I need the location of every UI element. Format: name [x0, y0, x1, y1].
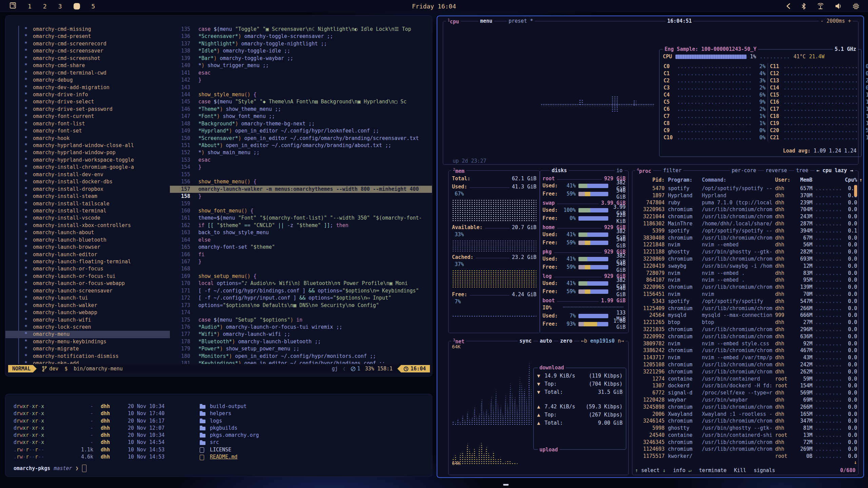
process-row[interactable]: 5998ghostty/usr/bin/ghostty --gtk-dhh81M… — [632, 425, 858, 432]
file-item[interactable]: *omarchy-launch-tui — [5, 294, 170, 302]
process-row[interactable]: 1156451nvimnvimdhh70M..........0.0 — [632, 291, 858, 298]
file-item[interactable]: *omarchy-cmd-present — [5, 33, 170, 40]
file-name[interactable]: pkgbuilds — [210, 425, 237, 432]
file-item[interactable]: *omarchy-launch-screensaver — [5, 287, 170, 294]
process-row[interactable]: 6772signal-d/proc/self/exe --type=rdhh56… — [632, 389, 858, 396]
process-row[interactable]: 1143717nvimnvim --embed /var/tmp/pdhh43M… — [632, 354, 858, 361]
file-item[interactable]: *omarchy-cmd-share — [5, 62, 170, 69]
file-name[interactable]: helpers — [210, 410, 231, 417]
process-row[interactable]: 1205108chromium/usr/lib/chromium/chromdh… — [632, 361, 858, 368]
file-item[interactable]: *omarchy-cmd-missing — [5, 26, 170, 33]
mem-box-title[interactable]: 2mem — [451, 167, 466, 174]
scroll-down-icon[interactable]: ↓ — [854, 459, 857, 465]
net-auto-toggle[interactable]: auto — [538, 338, 554, 344]
file-item[interactable]: *omarchy-launch-editor — [5, 251, 170, 258]
file-item[interactable]: *omarchy-cmd-screenrecord — [5, 40, 170, 47]
file-item[interactable]: *omarchy-hyprland-window-pop — [5, 149, 170, 156]
file-item[interactable]: *omarchy-launch-wifi — [5, 317, 170, 324]
file-item[interactable]: *omarchy-launch-webapp — [5, 309, 170, 316]
net-box-title[interactable]: 3net — [451, 338, 466, 345]
process-row[interactable]: 3246145chromium/usr/lib/chromium/chromdh… — [632, 418, 858, 425]
process-row[interactable]: 5470spotify/opt/spotify/spotify --dhh657… — [632, 185, 858, 192]
file-item[interactable]: *omarchy-font-set — [5, 127, 170, 135]
process-row[interactable]: 1897HyprlandHyprlanddhh370M..........0.0 — [632, 192, 858, 199]
process-row[interactable]: 1220419swaybg/usr/bin/swaybg -i /homdhh1… — [632, 263, 858, 270]
process-row[interactable]: 1124693chromium/usr/lib/chromium/chromdh… — [632, 446, 858, 453]
file-item[interactable]: *omarchy-drive-info — [5, 91, 170, 98]
net-sync-toggle[interactable]: sync — [518, 338, 533, 344]
proc-box-title[interactable]: 4proc — [635, 167, 653, 174]
volume-icon[interactable] — [835, 3, 842, 9]
process-row[interactable]: 3221035chromium/usr/lib/chromium/chromdh… — [632, 326, 858, 333]
process-row[interactable]: 24564mysqldmysqld --max-connection999666… — [632, 312, 858, 319]
proc-filter-button[interactable]: filter — [662, 167, 683, 174]
workspace-1[interactable]: 1 — [28, 3, 32, 10]
disks-box-title[interactable]: disks — [550, 167, 569, 174]
process-row[interactable]: 3245898chromium/usr/lib/chromium/chromdh… — [632, 404, 858, 411]
file-item[interactable]: *omarchy-drive-select — [5, 98, 170, 105]
file-item[interactable]: *omarchy-launch-floating-terminal — [5, 258, 170, 265]
preset-button[interactable]: preset * — [507, 18, 535, 24]
file-name[interactable]: LICENSE — [210, 446, 231, 453]
process-row[interactable]: 3221044chromium/usr/lib/chromium/chromdh… — [632, 213, 858, 220]
net-zero-toggle[interactable]: zero — [558, 338, 574, 344]
wifi-icon[interactable] — [817, 3, 824, 9]
file-item[interactable]: *omarchy-launch-or-focus-webapp — [5, 280, 170, 287]
process-row[interactable]: 5399spotify/opt/spotify/spotify --dhh394… — [632, 227, 858, 235]
process-row[interactable]: 1220428waybar/usr/bin/waybardhh69M......… — [632, 396, 858, 404]
file-item[interactable]: *omarchy-debug — [5, 77, 170, 84]
file-item[interactable]: *omarchy-cmd-screensaver — [5, 47, 170, 55]
process-row[interactable]: 1125409chromium/usr/lib/chromium/chromdh… — [632, 305, 858, 312]
process-row[interactable]: 747804rubypuma 7.1.0 (tcp://localdhh239M… — [632, 199, 858, 206]
workspace-4-active[interactable] — [74, 3, 80, 9]
process-row[interactable]: 1175517kworker/root0B..........0.0 — [632, 453, 858, 460]
proc-percore-toggle[interactable]: per-core — [730, 167, 758, 174]
process-row[interactable]: 3220992chromium/usr/lib/chromium/chromdh… — [632, 333, 858, 340]
process-row[interactable]: 3386242chromium/usr/lib/chromium/chromdh… — [632, 347, 858, 354]
file-item[interactable]: *omarchy-hyprland-window-close-all — [5, 142, 170, 149]
file-item[interactable]: *omarchy-migrate — [5, 345, 170, 352]
file-item[interactable]: *omarchy-launch-or-focus — [5, 265, 170, 272]
file-item[interactable]: *omarchy-install-dropbox — [5, 186, 170, 193]
file-name[interactable]: src — [210, 439, 219, 446]
file-item[interactable]: *omarchy-menu — [5, 331, 170, 338]
file-item[interactable]: *omarchy-install-tailscale — [5, 200, 170, 207]
omarchy-logo-icon[interactable] — [9, 2, 16, 10]
process-row[interactable]: 728079nvimnvim --embed .dhh83M..........… — [632, 270, 858, 277]
process-row[interactable]: 3220963chromium/usr/lib/chromium/chromdh… — [632, 206, 858, 213]
file-item[interactable]: *omarchy-install-chromium-google-a — [5, 164, 170, 171]
workspace-3[interactable]: 3 — [58, 3, 62, 10]
proc-action-kill[interactable]: Kill — [734, 467, 746, 473]
process-row[interactable]: 1221848nvimnvim --embeddhh56M..........0… — [632, 241, 858, 248]
chevron-left-icon[interactable] — [786, 3, 791, 9]
proc-action-info[interactable]: info ↵ — [673, 467, 691, 473]
proc-action-signals[interactable]: signals — [754, 467, 775, 473]
process-row[interactable]: 3220869chromium/usr/lib/chromium/chromdh… — [632, 256, 858, 263]
proc-scrollbar-thumb[interactable] — [854, 185, 857, 197]
process-row[interactable]: 1307dockerd/usr/bin/dockerd -H fd:root15… — [632, 382, 858, 389]
shell-prompt[interactable]: omarchy-pkgs master ❯ — [14, 465, 86, 472]
file-item[interactable]: *omarchy-launch-browser — [5, 244, 170, 251]
net-interface-switch[interactable]: ←b enp191s0 n→ — [579, 338, 626, 344]
process-row[interactable]: 864107nvimnvim --embed .dhh95M..........… — [632, 277, 858, 284]
file-item[interactable]: *omarchy-menu-keybindings — [5, 338, 170, 345]
proc-header[interactable]: Pid: Program: Command: User: MemB Cpu% ↑ — [632, 177, 858, 183]
workspace-2[interactable]: 2 — [43, 3, 47, 10]
file-name[interactable]: build-output — [210, 403, 246, 410]
bluetooth-icon[interactable] — [802, 3, 806, 9]
menu-button[interactable]: menu — [478, 18, 494, 24]
file-item[interactable]: *omarchy-drive-set-password — [5, 106, 170, 113]
file-item[interactable]: *omarchy-hyprland-workspace-toggle — [5, 157, 170, 164]
file-name[interactable]: pkgs.omarchy.org — [210, 432, 259, 439]
file-name[interactable]: logs — [210, 418, 222, 425]
proc-action-select[interactable]: ↑ select ↓ — [635, 467, 666, 473]
process-row[interactable]: 1221188ghostty/usr/bin/ghostty --gtk-dhh… — [632, 248, 858, 256]
file-item[interactable]: *omarchy-lock-screen — [5, 324, 170, 331]
file-item[interactable]: *omarchy-dev-add-migration — [5, 84, 170, 91]
file-item[interactable]: *omarchy-launch-walker — [5, 302, 170, 309]
git-branch[interactable]: dev — [42, 366, 58, 372]
file-item[interactable]: *omarchy-install-vscode — [5, 215, 170, 222]
process-row[interactable]: 2006XwaylandXwayland :1 -rootless -dhh16… — [632, 411, 858, 418]
process-row[interactable]: 1186302MainThre/home/dhh/.local/share/dh… — [632, 220, 858, 227]
file-item[interactable]: *omarchy-install-xbox-controllers — [5, 222, 170, 229]
